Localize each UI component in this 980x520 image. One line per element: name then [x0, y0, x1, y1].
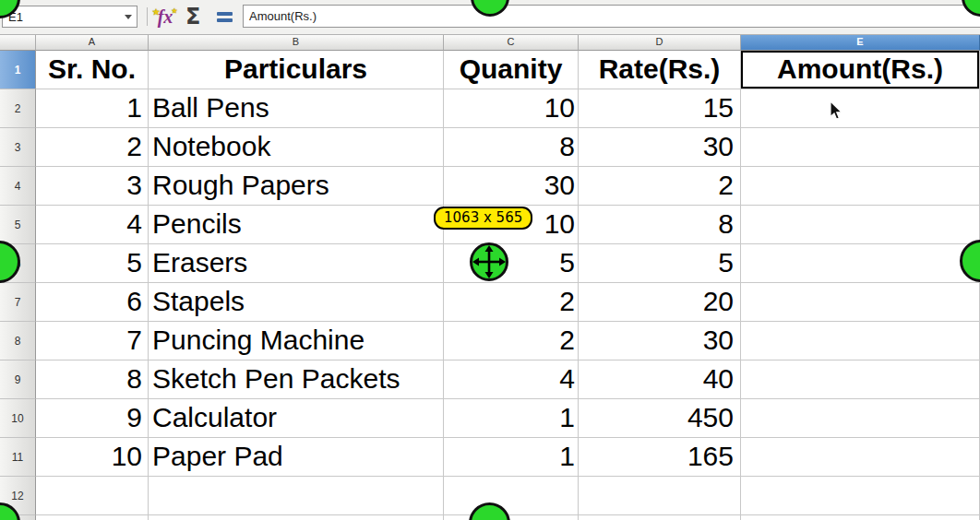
cell-b2[interactable]: Ball Pens	[149, 89, 444, 128]
cell-c6[interactable]: 5	[444, 244, 579, 283]
formula-input[interactable]: Amount(Rs.)	[243, 5, 980, 28]
cell-a13[interactable]	[36, 515, 149, 520]
row-header-4[interactable]: 4	[0, 167, 36, 206]
cell-d8[interactable]: 30	[579, 322, 741, 360]
sheet-row-8: 8 7 Puncing Machine 2 30	[0, 322, 980, 360]
cell-c8[interactable]: 2	[444, 322, 579, 360]
cell-e4[interactable]	[741, 167, 980, 206]
cell-d4[interactable]: 2	[579, 167, 741, 206]
equals-icon[interactable]	[217, 12, 233, 25]
cell-b3[interactable]: Notebook	[149, 128, 444, 167]
name-box-dropdown[interactable]	[119, 6, 137, 27]
cell-e9[interactable]	[741, 360, 980, 399]
chevron-down-icon	[125, 15, 132, 19]
column-header-row: A B C D E	[0, 35, 980, 51]
cell-d7[interactable]: 20	[579, 283, 741, 322]
cell-b12[interactable]	[149, 477, 444, 515]
cell-c3[interactable]: 8	[444, 128, 579, 167]
cell-b13[interactable]	[149, 515, 444, 520]
name-box[interactable]: E1	[2, 6, 137, 28]
row-header-5[interactable]: 5	[0, 206, 36, 244]
row-header-2[interactable]: 2	[0, 89, 36, 128]
cell-d6[interactable]: 5	[579, 244, 741, 283]
cell-d2[interactable]: 15	[579, 89, 741, 128]
row-header-9[interactable]: 9	[0, 360, 36, 399]
cell-d10[interactable]: 450	[579, 399, 741, 438]
cell-e6[interactable]	[741, 244, 980, 283]
row-header-11[interactable]: 11	[0, 438, 36, 477]
row-header-8[interactable]: 8	[0, 322, 36, 360]
cell-a9[interactable]: 8	[36, 360, 149, 399]
cell-b8[interactable]: Puncing Machine	[149, 322, 444, 360]
column-header-e-selected[interactable]: E	[741, 35, 980, 51]
cell-a11[interactable]: 10	[36, 438, 149, 477]
cell-d9[interactable]: 40	[579, 360, 741, 399]
cell-c9[interactable]: 4	[444, 360, 579, 399]
cell-e11[interactable]	[741, 438, 980, 477]
cell-c7[interactable]: 2	[444, 283, 579, 322]
cell-e5[interactable]	[741, 206, 980, 244]
cell-c1[interactable]: Quanity	[444, 51, 579, 89]
cell-b7[interactable]: Stapels	[149, 283, 444, 322]
cell-c4[interactable]: 30	[444, 167, 579, 206]
row-header-1[interactable]: 1	[0, 51, 36, 89]
cell-a12[interactable]	[36, 477, 149, 515]
row-header-7[interactable]: 7	[0, 283, 36, 322]
cell-d12[interactable]	[579, 477, 741, 515]
cell-e12[interactable]	[741, 477, 980, 515]
column-header-d[interactable]: D	[579, 35, 741, 51]
cell-c2[interactable]: 10	[444, 89, 579, 128]
sum-icon[interactable]: Σ	[185, 4, 200, 30]
row-header-3[interactable]: 3	[0, 128, 36, 167]
column-header-c[interactable]: C	[444, 35, 579, 51]
cell-e1-selected[interactable]: Amount(Rs.)	[741, 51, 980, 89]
cell-b11[interactable]: Paper Pad	[149, 438, 444, 477]
sheet-row-9: 9 8 Sketch Pen Packets 4 40	[0, 360, 980, 399]
cell-c10[interactable]: 1	[444, 399, 579, 438]
cell-c12[interactable]	[444, 477, 579, 515]
size-tooltip: 1063 x 565	[434, 207, 532, 230]
name-box-value[interactable]: E1	[3, 10, 119, 24]
cell-b1[interactable]: Particulars	[149, 51, 444, 89]
cell-a6[interactable]: 5	[36, 244, 149, 283]
cell-e10[interactable]	[741, 399, 980, 438]
cell-d1[interactable]: Rate(Rs.)	[579, 51, 741, 89]
cell-a8[interactable]: 7	[36, 322, 149, 360]
spreadsheet-window: E1 fx Σ Amount(Rs.) A B C D E 1 Sr. No. …	[0, 0, 980, 520]
cell-e8[interactable]	[741, 322, 980, 360]
toolbar-separator	[147, 7, 148, 26]
corner-select-all[interactable]	[0, 35, 36, 51]
cell-a3[interactable]: 2	[36, 128, 149, 167]
equals-bar	[217, 18, 233, 22]
equals-bar	[217, 12, 233, 16]
function-wizard-icon[interactable]: fx	[153, 6, 177, 28]
cell-b4[interactable]: Rough Papers	[149, 167, 444, 206]
cell-d5[interactable]: 8	[579, 206, 741, 244]
cell-b9[interactable]: Sketch Pen Packets	[149, 360, 444, 399]
sheet-row-1: 1 Sr. No. Particulars Quanity Rate(Rs.) …	[0, 51, 980, 89]
cell-d3[interactable]: 30	[579, 128, 741, 167]
sheet-row-11: 11 10 Paper Pad 1 165	[0, 438, 980, 477]
cell-b10[interactable]: Calculator	[149, 399, 444, 438]
cell-d13[interactable]	[579, 515, 741, 520]
cell-e13[interactable]	[741, 515, 980, 520]
row-header-10[interactable]: 10	[0, 399, 36, 438]
cell-a2[interactable]: 1	[36, 89, 149, 128]
column-header-b[interactable]: B	[149, 35, 444, 51]
cell-c13[interactable]	[444, 515, 579, 520]
cell-a5[interactable]: 4	[36, 206, 149, 244]
cell-e2[interactable]	[741, 89, 980, 128]
cell-a10[interactable]: 9	[36, 399, 149, 438]
cell-e3[interactable]	[741, 128, 980, 167]
cell-b6[interactable]: Erasers	[149, 244, 444, 283]
cell-a1[interactable]: Sr. No.	[36, 51, 149, 89]
sheet-row-7: 7 6 Stapels 2 20	[0, 283, 980, 322]
cell-b5[interactable]: Pencils	[149, 206, 444, 244]
cell-d11[interactable]: 165	[579, 438, 741, 477]
cell-a7[interactable]: 6	[36, 283, 149, 322]
column-header-a[interactable]: A	[36, 35, 149, 51]
cell-a4[interactable]: 3	[36, 167, 149, 206]
sheet-row-3: 3 2 Notebook 8 30	[0, 128, 980, 167]
cell-e7[interactable]	[741, 283, 980, 322]
cell-c11[interactable]: 1	[444, 438, 579, 477]
